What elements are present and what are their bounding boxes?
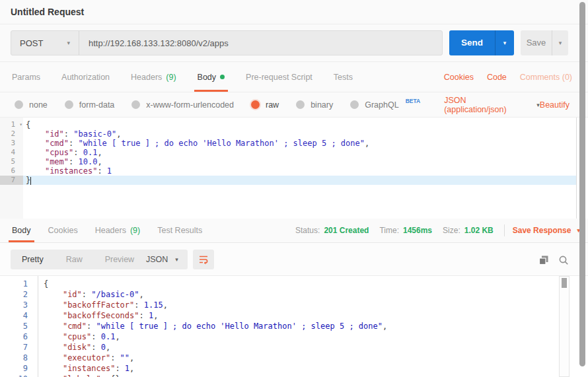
chevron-down-icon: ▾ bbox=[559, 40, 562, 46]
request-body-editor[interactable]: 1▾234567 { "id": "basic-0", "cmd": "whil… bbox=[0, 118, 577, 219]
scrollbar-thumb[interactable] bbox=[562, 278, 567, 288]
line-number: 6 bbox=[0, 331, 37, 342]
save-options-button[interactable]: ▾ bbox=[552, 30, 568, 55]
code-line[interactable]: { bbox=[38, 279, 558, 289]
tab-params[interactable]: Params bbox=[11, 62, 42, 92]
url-value: http://192.168.133.132:8080/v2/apps bbox=[89, 38, 229, 48]
code-line[interactable]: "cpus": 0.1, bbox=[38, 331, 558, 342]
save-button[interactable]: Save bbox=[521, 30, 552, 55]
method-select[interactable]: POST ▾ bbox=[11, 31, 79, 55]
code-token: "backoffFactor" bbox=[63, 300, 134, 310]
code-line[interactable]: "backoffFactor": 1.15, bbox=[38, 300, 558, 310]
view-pretty[interactable]: Pretty bbox=[11, 250, 55, 269]
wrap-text-button[interactable] bbox=[193, 250, 214, 269]
body-type-none[interactable]: none bbox=[15, 100, 48, 110]
url-field-group: POST ▾ http://192.168.133.132:8080/v2/ap… bbox=[11, 30, 443, 55]
send-options-button[interactable]: ▾ bbox=[495, 30, 514, 55]
response-body-editor[interactable]: 12345678910 { "id": "/basic-0", "backoff… bbox=[0, 276, 588, 377]
code-line[interactable]: "disk": 0, bbox=[38, 342, 558, 353]
code-token: : {}, bbox=[101, 374, 125, 377]
code-line[interactable]: "instances": 1 bbox=[23, 166, 576, 176]
status-label: Status: bbox=[295, 226, 320, 235]
code-token: "executor" bbox=[63, 353, 110, 362]
code-line[interactable]: "cmd": "while [ true ] ; do echo 'Hello … bbox=[38, 321, 558, 331]
cookies-link[interactable]: Cookies bbox=[444, 73, 474, 82]
time-value: 1456ms bbox=[403, 226, 432, 235]
copy-response-button[interactable] bbox=[538, 254, 550, 266]
code-token: "basic-0" bbox=[73, 129, 116, 139]
code-line[interactable]: "cmd": "while [ true ] ; do echo 'Hello … bbox=[23, 139, 576, 148]
search-response-button[interactable] bbox=[558, 254, 570, 266]
code-token: "" bbox=[120, 353, 129, 362]
request-tabs: ParamsAuthorizationHeaders(9)BodyPre-req… bbox=[11, 62, 373, 92]
code-token: , bbox=[115, 332, 120, 341]
code-token: "labels" bbox=[63, 374, 101, 377]
code-line[interactable]: "id": "/basic-0", bbox=[38, 289, 558, 300]
line-number: 1 bbox=[0, 279, 37, 289]
code-token bbox=[44, 343, 63, 352]
response-editor-code[interactable]: { "id": "/basic-0", "backoffFactor": 1.1… bbox=[38, 276, 558, 377]
code-token: , bbox=[383, 322, 387, 331]
code-line[interactable]: "instances": 1, bbox=[38, 363, 558, 374]
code-token bbox=[44, 290, 63, 299]
body-type-x-www-form-urlencoded[interactable]: x-www-form-urlencoded bbox=[131, 100, 234, 110]
code-token: , bbox=[129, 364, 134, 373]
code-token: : bbox=[87, 322, 96, 331]
code-line[interactable]: "mem": 10.0, bbox=[23, 157, 576, 166]
response-format-select[interactable]: JSON ▾ bbox=[137, 250, 188, 269]
tab-headers[interactable]: Headers(9) bbox=[129, 62, 178, 92]
code-line[interactable]: "cpus": 0.1, bbox=[23, 148, 576, 157]
tab-cookies[interactable]: Cookies bbox=[47, 219, 79, 242]
code-token: , bbox=[163, 300, 168, 310]
tab-body[interactable]: Body bbox=[196, 62, 227, 92]
response-editor-scrollbar[interactable] bbox=[559, 276, 570, 377]
response-toolbar: PrettyRawPreview JSON ▾ bbox=[0, 243, 588, 276]
code-line[interactable]: "labels": {}, bbox=[38, 374, 558, 377]
radio-icon bbox=[15, 100, 23, 109]
code-line[interactable]: "backoffSeconds": 1, bbox=[38, 310, 558, 321]
code-token: 1.15 bbox=[144, 300, 163, 310]
code-line[interactable]: "id": "basic-0", bbox=[23, 129, 576, 139]
code-token: "instances" bbox=[45, 166, 97, 176]
code-line[interactable]: { bbox=[23, 120, 576, 129]
send-button[interactable]: Send bbox=[449, 30, 495, 55]
fold-caret-icon[interactable]: ▾ bbox=[19, 120, 22, 129]
request-title-bar: Untitled Request bbox=[0, 0, 588, 24]
code-link[interactable]: Code bbox=[487, 73, 507, 82]
view-raw[interactable]: Raw bbox=[55, 250, 94, 269]
body-type-graphql[interactable]: GraphQLBETA bbox=[350, 100, 420, 110]
code-line[interactable]: "executor": "", bbox=[38, 353, 558, 363]
size-label: Size: bbox=[443, 226, 460, 235]
postman-window: Untitled Request POST ▾ http://192.168.1… bbox=[0, 0, 588, 377]
request-editor-gutter: 1▾234567 bbox=[0, 118, 23, 219]
code-token: , bbox=[139, 290, 144, 299]
content-type-select[interactable]: JSON (application/json) ▾ bbox=[444, 96, 540, 114]
code-line[interactable]: } bbox=[23, 176, 576, 185]
beautify-link[interactable]: Beautify bbox=[540, 100, 570, 110]
tab-authorization[interactable]: Authorization bbox=[60, 62, 111, 92]
line-number: 4 bbox=[0, 148, 23, 157]
page-scrollbar-thumb[interactable] bbox=[579, 2, 585, 366]
body-type-binary[interactable]: binary bbox=[296, 100, 333, 110]
tab-test-results[interactable]: Test Results bbox=[156, 219, 203, 242]
status-value: 201 Created bbox=[324, 226, 369, 235]
url-input[interactable]: http://192.168.133.132:8080/v2/apps bbox=[79, 31, 442, 55]
tab-label: Body bbox=[12, 226, 31, 235]
size-value: 1.02 KB bbox=[464, 226, 494, 235]
save-response-button[interactable]: Save Response ▾ bbox=[513, 226, 580, 235]
code-token bbox=[44, 322, 63, 331]
body-type-raw[interactable]: raw bbox=[251, 100, 279, 110]
tab-body[interactable]: Body bbox=[11, 219, 32, 242]
request-title: Untitled Request bbox=[11, 7, 84, 17]
body-type-form-data[interactable]: form-data bbox=[65, 100, 115, 110]
request-editor-code[interactable]: { "id": "basic-0", "cmd": "while [ true … bbox=[23, 118, 576, 219]
tab-tests[interactable]: Tests bbox=[332, 62, 354, 92]
code-token: "cpus" bbox=[45, 148, 73, 157]
radio-icon bbox=[65, 100, 73, 109]
code-token: { bbox=[26, 120, 30, 129]
tab-pre-request-script[interactable]: Pre-request Script bbox=[244, 62, 314, 92]
code-token: : bbox=[64, 129, 73, 139]
comments-link[interactable]: Comments (0) bbox=[520, 73, 572, 82]
code-token bbox=[44, 364, 63, 373]
tab-headers[interactable]: Headers(9) bbox=[94, 219, 142, 242]
